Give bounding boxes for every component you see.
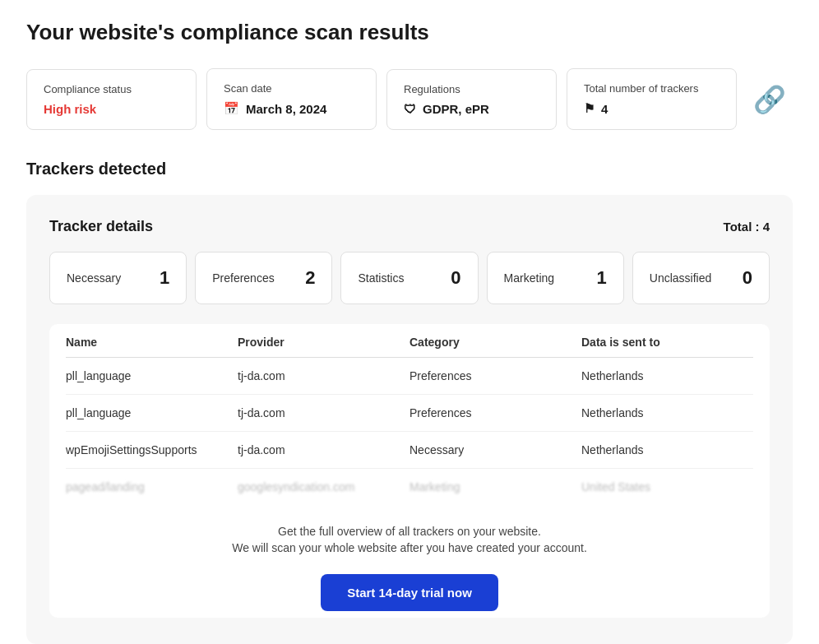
total-trackers-value: ⚑ 4: [584, 101, 720, 116]
page-title: Your website's compliance scan results: [26, 20, 793, 45]
category-card-unclassified: Unclassified 0: [632, 252, 770, 304]
cell-name: pll_language: [66, 406, 238, 419]
tracker-panel: Tracker details Total : 4 Necessary 1 Pr…: [26, 195, 793, 644]
total-trackers-label: Total number of trackers: [584, 82, 720, 95]
category-card-marketing: Marketing 1: [487, 252, 624, 304]
cta-line1: Get the full overview of all trackers on…: [66, 525, 753, 538]
cell-destination: Netherlands: [581, 406, 753, 419]
tracker-panel-title: Tracker details: [49, 218, 153, 235]
tracker-panel-header: Tracker details Total : 4: [49, 218, 770, 235]
category-name: Unclassified: [650, 271, 711, 285]
calendar-icon: 📅: [224, 101, 239, 116]
category-card-necessary: Necessary 1: [49, 252, 187, 304]
cell-destination: United States: [581, 480, 753, 493]
total-trackers-text: 4: [601, 102, 608, 116]
category-name: Necessary: [67, 271, 121, 285]
category-count: 0: [743, 267, 752, 289]
compliance-status-value: High risk: [44, 102, 179, 116]
tracker-total: Total : 4: [724, 220, 770, 234]
flag-icon: ⚑: [584, 101, 595, 116]
category-card-preferences: Preferences 2: [195, 252, 332, 304]
table-rows: pll_language tj-da.com Preferences Nethe…: [66, 358, 753, 505]
table-column-header: Name: [66, 336, 238, 349]
category-cards: Necessary 1 Preferences 2 Statistics 0 M…: [49, 252, 770, 304]
cell-category: Marketing: [410, 480, 581, 493]
summary-cards: Compliance status High risk Scan date 📅 …: [26, 68, 793, 130]
total-trackers-card: Total number of trackers ⚑ 4: [567, 68, 737, 130]
category-name: Statistics: [358, 271, 404, 285]
cta-line2: We will scan your whole website after yo…: [66, 541, 753, 554]
cell-provider: tj-da.com: [238, 369, 410, 382]
table-column-header: Category: [410, 336, 581, 349]
cell-provider: googlesyndication.com: [238, 480, 410, 493]
table-column-header: Provider: [238, 336, 410, 349]
category-name: Preferences: [212, 271, 274, 285]
cell-destination: Netherlands: [581, 369, 753, 382]
compliance-status-text: High risk: [44, 102, 96, 116]
cell-name: pll_language: [66, 369, 238, 382]
cell-name: pagead/landing: [66, 480, 238, 493]
table-header: NameProviderCategoryData is sent to: [66, 324, 753, 358]
regulations-value: 🛡 GDPR, ePR: [404, 102, 539, 116]
regulations-card: Regulations 🛡 GDPR, ePR: [386, 69, 557, 130]
category-name: Marketing: [504, 271, 554, 285]
table-row: pll_language tj-da.com Preferences Nethe…: [66, 395, 753, 432]
category-count: 1: [160, 267, 169, 289]
shield-icon: 🛡: [404, 102, 416, 116]
scan-date-value: 📅 March 8, 2024: [224, 101, 359, 116]
start-trial-button[interactable]: Start 14-day trial now: [321, 574, 498, 611]
compliance-status-label: Compliance status: [44, 83, 179, 95]
table-column-header: Data is sent to: [581, 336, 753, 349]
cell-provider: tj-da.com: [238, 443, 410, 456]
link-icon[interactable]: 🔗: [747, 77, 793, 122]
table-row: pagead/landing googlesyndication.com Mar…: [66, 469, 753, 505]
cta-section: Get the full overview of all trackers on…: [66, 505, 753, 618]
category-count: 1: [597, 267, 607, 289]
category-card-statistics: Statistics 0: [340, 252, 478, 304]
tracker-table: NameProviderCategoryData is sent to pll_…: [49, 324, 770, 618]
scan-date-text: March 8, 2024: [246, 102, 326, 116]
category-count: 0: [451, 267, 460, 289]
scan-date-card: Scan date 📅 March 8, 2024: [206, 68, 377, 130]
cell-destination: Netherlands: [581, 443, 753, 456]
cell-provider: tj-da.com: [238, 406, 410, 419]
scan-date-label: Scan date: [224, 82, 359, 95]
regulations-text: GDPR, ePR: [423, 102, 489, 116]
cell-category: Preferences: [410, 406, 581, 419]
table-row: wpEmojiSettingsSupports tj-da.com Necess…: [66, 432, 753, 469]
cell-category: Necessary: [410, 443, 581, 456]
trackers-section-title: Trackers detected: [26, 160, 793, 178]
cell-category: Preferences: [410, 369, 581, 382]
table-row: pll_language tj-da.com Preferences Nethe…: [66, 358, 753, 395]
category-count: 2: [305, 267, 315, 289]
regulations-label: Regulations: [404, 83, 539, 95]
cell-name: wpEmojiSettingsSupports: [66, 443, 238, 456]
compliance-status-card: Compliance status High risk: [26, 69, 197, 130]
